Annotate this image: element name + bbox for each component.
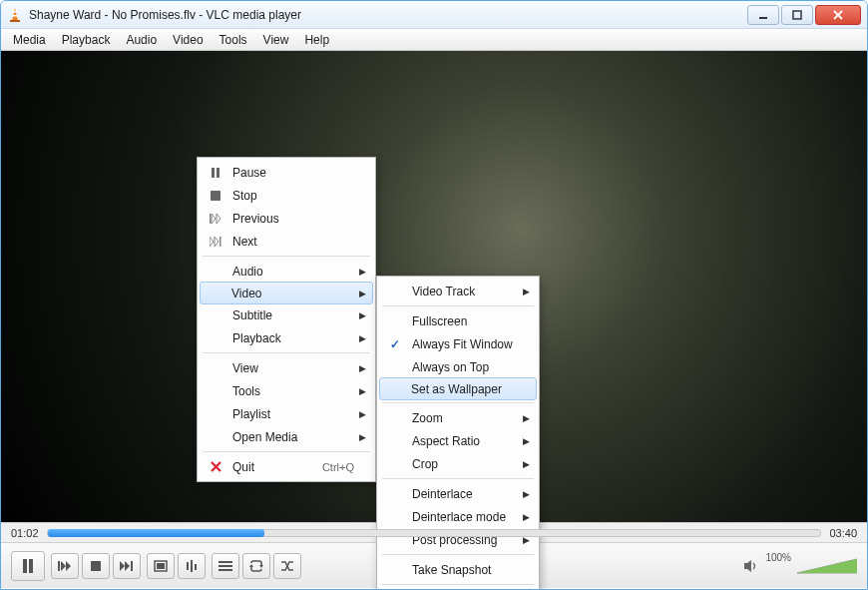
svg-marker-21 <box>120 561 125 571</box>
playlist-button[interactable] <box>212 553 239 579</box>
menu-media[interactable]: Media <box>5 31 54 49</box>
maximize-button[interactable] <box>781 5 813 25</box>
ctx-open-media[interactable]: Open Media ▶ <box>201 425 372 448</box>
menu-playback[interactable]: Playback <box>54 31 119 49</box>
svg-rect-14 <box>219 237 221 247</box>
svg-rect-15 <box>23 559 27 573</box>
svg-rect-4 <box>759 17 767 19</box>
chevron-right-icon: ▶ <box>359 333 366 343</box>
svg-rect-25 <box>157 563 165 569</box>
svg-rect-16 <box>29 559 33 573</box>
menu-bar: Media Playback Audio Video Tools View He… <box>1 29 867 51</box>
chevron-right-icon: ▶ <box>359 310 366 320</box>
window-buttons <box>747 5 861 25</box>
separator <box>203 256 370 257</box>
svg-rect-20 <box>91 561 101 571</box>
chevron-right-icon: ▶ <box>523 512 530 522</box>
loop-button[interactable] <box>242 553 270 579</box>
speaker-icon[interactable] <box>743 559 759 573</box>
ctx-deinterlace-mode[interactable]: Deinterlace mode ▶ <box>380 505 536 528</box>
menu-view[interactable]: View <box>255 31 297 49</box>
context-menu-main: Pause Stop Previous Next Audio ▶ <box>197 157 376 482</box>
fullscreen-button[interactable] <box>147 553 175 579</box>
svg-marker-13 <box>215 237 218 247</box>
close-x-icon <box>207 461 224 472</box>
total-time: 03:40 <box>829 527 857 539</box>
shortcut-label: Ctrl+Q <box>322 461 354 473</box>
chevron-right-icon: ▶ <box>523 287 530 296</box>
svg-rect-7 <box>217 168 219 178</box>
ctx-playlist[interactable]: Playlist ▶ <box>201 402 372 425</box>
volume-slider[interactable] <box>797 557 857 575</box>
ctx-set-as-wallpaper[interactable]: Set as Wallpaper <box>379 377 537 400</box>
svg-rect-31 <box>218 569 232 571</box>
previous-icon <box>207 214 224 224</box>
menu-help[interactable]: Help <box>296 31 337 49</box>
ctx-tools[interactable]: Tools ▶ <box>201 379 372 402</box>
ctx-quit[interactable]: Quit Ctrl+Q <box>201 455 372 478</box>
separator <box>382 402 534 403</box>
previous-icon <box>58 561 72 571</box>
svg-marker-18 <box>61 561 66 571</box>
minimize-button[interactable] <box>747 5 779 25</box>
svg-marker-0 <box>12 8 18 21</box>
previous-button[interactable] <box>51 553 79 579</box>
ctx-previous[interactable]: Previous <box>201 207 372 230</box>
chevron-right-icon: ▶ <box>359 267 366 277</box>
svg-rect-3 <box>10 20 20 22</box>
ctx-crop[interactable]: Crop ▶ <box>380 452 536 475</box>
close-button[interactable] <box>815 5 861 25</box>
svg-rect-26 <box>187 562 189 570</box>
chevron-right-icon: ▶ <box>523 413 530 423</box>
app-window: Shayne Ward - No Promises.flv - VLC medi… <box>0 0 868 590</box>
ctx-video-track[interactable]: Video Track ▶ <box>380 280 536 302</box>
equalizer-icon <box>186 560 198 572</box>
shuffle-button[interactable] <box>273 553 301 579</box>
menu-tools[interactable]: Tools <box>212 31 255 49</box>
vlc-cone-icon <box>7 7 23 23</box>
next-icon <box>207 237 224 247</box>
svg-marker-11 <box>217 214 220 224</box>
ctx-audio[interactable]: Audio ▶ <box>201 260 372 283</box>
ctx-view[interactable]: View ▶ <box>201 356 372 379</box>
ctx-zoom[interactable]: Zoom ▶ <box>380 406 536 429</box>
menu-video[interactable]: Video <box>165 31 211 49</box>
ctx-subtitle[interactable]: Subtitle ▶ <box>201 303 372 326</box>
separator <box>203 451 370 452</box>
chevron-right-icon: ▶ <box>523 489 530 499</box>
ctx-next[interactable]: Next <box>201 230 372 253</box>
separator <box>382 305 534 306</box>
menu-audio[interactable]: Audio <box>118 31 165 49</box>
stop-icon <box>207 191 224 201</box>
ctx-stop[interactable]: Stop <box>201 184 372 207</box>
ctx-always-on-top[interactable]: Always on Top <box>380 355 536 378</box>
extended-settings-button[interactable] <box>178 553 206 579</box>
ctx-pause[interactable]: Pause <box>201 161 372 184</box>
next-button[interactable] <box>113 553 141 579</box>
playlist-icon <box>218 561 232 571</box>
chevron-right-icon: ▶ <box>359 432 366 442</box>
svg-rect-1 <box>13 11 17 13</box>
chevron-right-icon: ▶ <box>523 436 530 446</box>
ctx-aspect-ratio[interactable]: Aspect Ratio ▶ <box>380 429 536 452</box>
svg-rect-23 <box>131 561 133 571</box>
svg-rect-6 <box>212 168 215 178</box>
ctx-take-snapshot[interactable]: Take Snapshot <box>380 558 536 581</box>
ctx-playback[interactable]: Playback ▶ <box>201 326 372 349</box>
chevron-right-icon: ▶ <box>359 409 366 419</box>
ctx-always-fit-window[interactable]: ✓ Always Fit Window <box>380 332 536 355</box>
seek-slider[interactable] <box>47 529 822 537</box>
video-area[interactable]: Pause Stop Previous Next Audio ▶ <box>1 51 867 522</box>
ctx-deinterlace[interactable]: Deinterlace ▶ <box>380 482 536 505</box>
window-title: Shayne Ward - No Promises.flv - VLC medi… <box>29 8 747 22</box>
check-icon: ✓ <box>386 337 404 351</box>
ctx-video[interactable]: Video ▶ <box>200 282 373 304</box>
stop-button[interactable] <box>82 553 110 579</box>
pause-button[interactable] <box>11 551 45 581</box>
loop-icon <box>249 560 263 572</box>
pause-icon <box>207 168 224 178</box>
chevron-right-icon: ▶ <box>359 289 366 298</box>
ctx-fullscreen[interactable]: Fullscreen <box>380 309 536 332</box>
context-menu-video: Video Track ▶ Fullscreen ✓ Always Fit Wi… <box>376 276 540 590</box>
seek-progress <box>48 529 264 537</box>
